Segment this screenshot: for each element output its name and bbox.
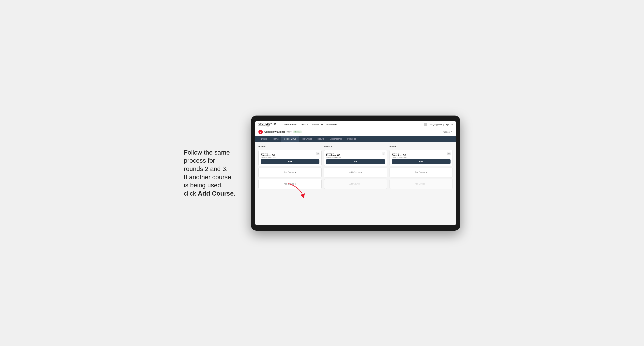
page-wrapper: Follow the sameprocess forrounds 2 and 3…: [184, 116, 460, 231]
nav-rankings[interactable]: RANKINGS: [326, 123, 337, 126]
round-1-course-card: (Course A) Peachtree GC Yellow (M) (6629…: [258, 150, 322, 166]
plus-icon-r2-1: +: [360, 171, 362, 174]
tab-teams[interactable]: Teams: [270, 136, 281, 142]
plus-icon-2: +: [295, 183, 296, 185]
tab-bar: Details Teams Course Setup Tee Groups Re…: [255, 136, 456, 142]
tablet-screen: SCOREBOARD Powered by clippd TOURNAMENTS…: [255, 121, 456, 225]
round-2-add-course-1[interactable]: Add Course +: [324, 168, 387, 177]
nav-teams[interactable]: TEAMS: [301, 123, 308, 126]
top-nav-links: TOURNAMENTS TEAMS COMMITTEE RANKINGS: [282, 123, 420, 126]
course-details-3: Yellow (M) (6629 yds): [392, 156, 447, 158]
tab-printables[interactable]: Printables: [344, 136, 359, 142]
course-delete-button[interactable]: ⊟: [316, 152, 320, 155]
sign-out-link[interactable]: Sign out: [446, 123, 453, 126]
tournament-gender: (Men): [286, 131, 292, 133]
course-label: (Course A): [260, 152, 316, 154]
top-nav: SCOREBOARD Powered by clippd TOURNAMENTS…: [255, 121, 456, 128]
course-name-2: Peachtree GC: [326, 154, 382, 156]
round-2-edit-button[interactable]: Edit: [326, 159, 385, 164]
round-3-title: Round 3: [390, 146, 453, 148]
round-3-add-course-1[interactable]: Add Course +: [390, 168, 453, 177]
main-content: Round 1 (Course A) Peachtree GC Yellow (…: [255, 142, 456, 225]
round-2-course-card: (Course A) Peachtree GC Yellow (M) (6629…: [324, 150, 387, 166]
plus-icon-r3-2: +: [426, 183, 427, 185]
plus-icon-1: +: [295, 171, 296, 174]
instruction-text: Follow the sameprocess forrounds 2 and 3…: [184, 149, 243, 198]
instruction-bold: Add Course.: [198, 190, 235, 197]
nav-separator: |: [444, 123, 444, 126]
cancel-button[interactable]: Cancel ✕: [444, 131, 453, 133]
add-course-label-2: Add Course: [284, 183, 294, 185]
round-2-delete-button[interactable]: ⊟: [382, 152, 385, 155]
sub-header: C Clippd Invitational (Men) Hosting Canc…: [255, 128, 456, 136]
user-email: blair@clippd.io: [429, 123, 442, 126]
nav-tournaments[interactable]: TOURNAMENTS: [282, 123, 297, 126]
rounds-grid: Round 1 (Course A) Peachtree GC Yellow (…: [258, 146, 453, 189]
round-1-add-course-1[interactable]: Add Course +: [258, 168, 322, 177]
round-1-title: Round 1: [258, 146, 322, 148]
course-info: (Course A) Peachtree GC Yellow (M) (6629…: [260, 152, 316, 158]
course-details-2: Yellow (M) (6629 yds): [326, 156, 382, 158]
add-course-label-1: Add Course: [284, 171, 294, 173]
round-3-course-card: (Course A) Peachtree GC Yellow (M) (6629…: [390, 150, 453, 166]
round-3-column: Round 3 (Course A) Peachtree GC Yellow (…: [390, 146, 453, 189]
user-avatar: [424, 123, 427, 126]
add-course-label-r3-1: Add Course: [415, 171, 425, 173]
tournament-name: Clippd Invitational: [264, 131, 285, 133]
round-1-column: Round 1 (Course A) Peachtree GC Yellow (…: [258, 146, 322, 189]
round-3-delete-button[interactable]: ⊟: [447, 152, 450, 155]
sub-header-left: C Clippd Invitational (Men) Hosting: [258, 130, 302, 134]
top-nav-right: blair@clippd.io | Sign out: [424, 123, 453, 126]
course-name: Peachtree GC: [260, 154, 316, 156]
round-3-edit-button[interactable]: Edit: [392, 159, 450, 164]
logo-main: SCOREBOARD: [258, 123, 276, 125]
course-info-3: (Course A) Peachtree GC Yellow (M) (6629…: [392, 152, 447, 158]
round-1-add-course-2[interactable]: Add Course +: [258, 179, 322, 189]
add-course-label-r2-2: Add Course: [349, 183, 360, 185]
course-info-2: (Course A) Peachtree GC Yellow (M) (6629…: [326, 152, 382, 158]
plus-icon-r2-2: +: [360, 183, 362, 185]
round-1-edit-button[interactable]: Edit: [260, 159, 320, 164]
tab-details[interactable]: Details: [258, 136, 270, 142]
add-course-label-r3-2: Add Course: [415, 183, 425, 185]
round-3-add-course-2: Add Course +: [390, 179, 453, 189]
tab-results[interactable]: Results: [315, 136, 327, 142]
course-card-header-2: (Course A) Peachtree GC Yellow (M) (6629…: [326, 152, 385, 158]
tab-leaderboards[interactable]: Leaderboards: [327, 136, 344, 142]
cancel-x-icon: ✕: [451, 131, 453, 133]
course-details: Yellow (M) (6629 yds): [260, 156, 316, 158]
course-label-3: (Course A): [392, 152, 447, 154]
round-2-add-course-2: Add Course +: [324, 179, 387, 189]
course-name-3: Peachtree GC: [392, 154, 447, 156]
plus-icon-r3-1: +: [426, 171, 427, 174]
nav-committee[interactable]: COMMITTEE: [311, 123, 324, 126]
tab-course-setup[interactable]: Course Setup: [281, 136, 299, 142]
tablet-frame: SCOREBOARD Powered by clippd TOURNAMENTS…: [251, 116, 460, 231]
course-card-header: (Course A) Peachtree GC Yellow (M) (6629…: [260, 152, 320, 158]
round-2-title: Round 2: [324, 146, 387, 148]
course-card-header-3: (Course A) Peachtree GC Yellow (M) (6629…: [392, 152, 450, 158]
tab-tee-groups[interactable]: Tee Groups: [299, 136, 315, 142]
logo-sub: Powered by clippd: [258, 125, 276, 126]
course-label-2: (Course A): [326, 152, 382, 154]
scoreboard-logo: SCOREBOARD Powered by clippd: [258, 123, 276, 126]
round-2-column: Round 2 (Course A) Peachtree GC Yellow (…: [324, 146, 387, 189]
hosting-badge: Hosting: [293, 131, 302, 133]
add-course-label-r2-1: Add Course: [349, 171, 360, 173]
clippd-logo: C: [258, 130, 263, 134]
